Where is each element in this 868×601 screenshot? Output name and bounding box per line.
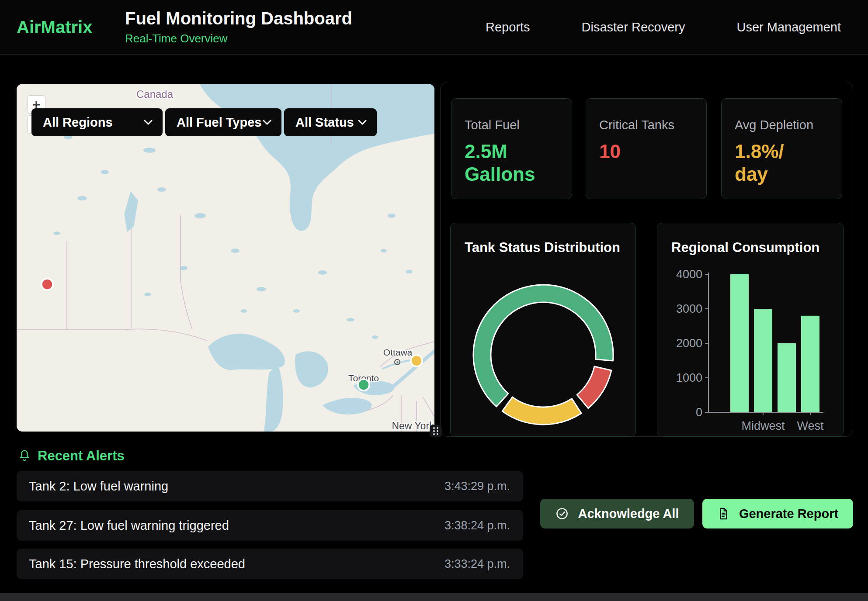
svg-text:West: West	[797, 419, 824, 432]
nav-disaster-recovery[interactable]: Disaster Recovery	[582, 20, 685, 35]
page-subtitle: Real-Time Overview	[125, 32, 352, 45]
stat-label: Critical Tanks	[599, 118, 706, 132]
nav-reports[interactable]: Reports	[486, 20, 530, 35]
alert-text: Tank 15: Pressure threshold exceeded	[29, 557, 245, 571]
status-filter-label: All Status	[295, 115, 354, 130]
chevron-down-icon	[262, 119, 272, 125]
nav-user-management[interactable]: User Management	[736, 20, 841, 35]
alert-time: 3:43:29 p.m.	[444, 480, 510, 493]
fuel-map[interactable]: Canada Ottawa Toronto New York + All Reg…	[17, 84, 434, 432]
map-label-ottawa: Ottawa	[383, 347, 413, 357]
footer-strip	[0, 593, 868, 601]
app-header: AirMatrix Fuel Monitoring Dashboard Real…	[0, 0, 868, 55]
generate-report-label: Generate Report	[739, 507, 838, 521]
generate-report-button[interactable]: Generate Report	[702, 499, 853, 528]
alert-text: Tank 2: Low fuel warning	[29, 479, 168, 494]
stat-card-avg-depletion: Avg Depletion 1.8%/day	[721, 98, 842, 199]
alert-time: 3:38:24 p.m.	[444, 519, 510, 532]
alert-row[interactable]: Tank 15: Pressure threshold exceeded 3:3…	[17, 549, 523, 579]
svg-text:2000: 2000	[676, 337, 702, 350]
document-icon	[717, 507, 729, 520]
region-filter-dropdown[interactable]: All Regions	[31, 108, 163, 136]
bell-icon	[18, 449, 31, 463]
svg-text:3000: 3000	[676, 302, 702, 315]
stat-label: Total Fuel	[465, 118, 572, 132]
alert-row[interactable]: Tank 2: Low fuel warning 3:43:29 p.m.	[17, 471, 523, 501]
alert-row[interactable]: Tank 27: Low fuel warning triggered 3:38…	[17, 510, 523, 541]
alert-text: Tank 27: Low fuel warning triggered	[29, 518, 229, 533]
acknowledge-all-button[interactable]: Acknowledge All	[540, 499, 694, 528]
main-nav: Reports Disaster Recovery User Managemen…	[486, 20, 841, 35]
tank-status-chart-card: Tank Status Distribution	[450, 223, 636, 437]
page-title: Fuel Monitoring Dashboard	[125, 9, 352, 28]
svg-text:1000: 1000	[676, 371, 702, 384]
map-label-new-york: New York	[392, 420, 434, 432]
alert-time: 3:33:24 p.m.	[444, 557, 510, 571]
svg-text:4000: 4000	[676, 268, 702, 281]
tank-status-doughnut-chart	[451, 223, 636, 437]
stat-value: 1.8%/day	[735, 140, 842, 186]
svg-text:Midwest: Midwest	[741, 419, 785, 432]
brand-logo: AirMatrix	[17, 17, 117, 37]
title-block: Fuel Monitoring Dashboard Real-Time Over…	[125, 9, 352, 45]
stat-label: Avg Depletion	[735, 118, 842, 132]
chevron-down-icon	[143, 119, 153, 125]
map-label-canada: Canada	[136, 88, 174, 100]
fuel-type-filter-dropdown[interactable]: All Fuel Types	[165, 108, 281, 136]
fuel-type-filter-label: All Fuel Types	[177, 115, 261, 130]
stat-value: 2.5MGallons	[465, 140, 572, 186]
stat-value: 10	[599, 140, 706, 163]
grip-icon[interactable]	[430, 425, 442, 437]
recent-alerts-heading: Recent Alerts	[18, 448, 125, 464]
acknowledge-all-label: Acknowledge All	[578, 507, 679, 521]
stat-card-total-fuel: Total Fuel 2.5MGallons	[451, 98, 572, 199]
regional-consumption-bar-chart: 01000200030004000MidwestWest	[657, 223, 844, 437]
chevron-down-icon	[358, 119, 367, 125]
check-circle-icon	[556, 507, 569, 520]
svg-text:0: 0	[696, 406, 702, 419]
stat-card-critical-tanks: Critical Tanks 10	[586, 98, 707, 199]
recent-alerts-title: Recent Alerts	[38, 448, 125, 464]
region-filter-label: All Regions	[43, 115, 113, 130]
regional-consumption-chart-card: Regional Consumption 01000200030004000Mi…	[657, 223, 844, 437]
status-filter-dropdown[interactable]: All Status	[284, 108, 377, 136]
map-filter-row: All Regions All Fuel Types All Status	[31, 108, 377, 136]
